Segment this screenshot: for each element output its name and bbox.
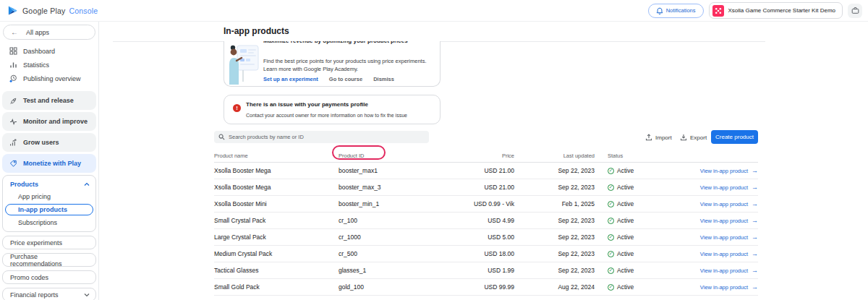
chevron-up-icon <box>84 182 90 187</box>
product-status: ✓ Active <box>595 250 689 257</box>
product-price: USD 0.99 - Vik <box>446 200 514 207</box>
sidebar-item-financial-reports[interactable]: Financial reports <box>2 288 96 300</box>
dismiss-link[interactable]: Dismiss <box>373 76 394 82</box>
product-status: ✓ Active <box>595 167 689 174</box>
search-icon <box>218 134 225 140</box>
promo-actions: Set up an experiment Go to course Dismis… <box>263 76 431 82</box>
active-check-icon: ✓ <box>608 201 614 207</box>
product-id: booster_min_1 <box>339 200 446 207</box>
brand-name: Google Play <box>22 7 65 15</box>
sidebar-item-grow-users[interactable]: Grow users <box>2 133 96 152</box>
google-play-console-logo[interactable]: Google Play Console <box>7 5 98 16</box>
view-in-app-product-link[interactable]: View in-app product→ <box>700 184 758 191</box>
go-to-course-link[interactable]: Go to course <box>329 76 362 82</box>
sidebar-item-app-pricing[interactable]: App pricing <box>3 190 95 203</box>
view-in-app-product-link[interactable]: View in-app product→ <box>700 233 758 241</box>
table-row: Medium Crystal Pack cr_500 USD 18.00 Sep… <box>214 246 758 262</box>
sidebar-item-statistics[interactable]: Statistics <box>0 58 98 72</box>
product-price: USD 1.99 <box>446 267 514 274</box>
header-price: Price <box>446 153 514 159</box>
sidebar-item-monitor-and-improve[interactable]: Monitor and improve <box>2 112 96 131</box>
organization-button[interactable] <box>848 4 862 18</box>
sidebar-item-dashboard[interactable]: Dashboard <box>0 44 98 58</box>
sidebar-item-label: Subscriptions <box>18 219 57 226</box>
product-updated: Sep 22, 2023 <box>514 233 595 241</box>
product-status: ✓ Active <box>595 233 689 241</box>
pulse-icon <box>9 118 17 126</box>
arrow-right-icon: → <box>752 200 758 207</box>
product-status: ✓ Active <box>595 283 689 291</box>
all-apps-button[interactable]: ← All apps <box>3 25 95 40</box>
warning-body: Contact your account owner for more info… <box>246 113 434 118</box>
sidebar-item-publishing-overview[interactable]: Publishing overview <box>0 72 98 85</box>
sidebar-item-label: Financial reports <box>10 291 59 299</box>
play-triangle-icon <box>7 5 18 16</box>
promo-illustration <box>227 43 259 85</box>
active-check-icon: ✓ <box>608 251 614 257</box>
table-row: Xsolla Booster Mini booster_min_1 USD 0.… <box>214 196 758 213</box>
all-apps-label: All apps <box>26 29 49 36</box>
arrow-right-icon: → <box>752 184 758 191</box>
view-in-app-product-link[interactable]: View in-app product→ <box>700 250 758 257</box>
product-status: ✓ Active <box>595 267 689 274</box>
product-updated: Feb 1, 2025 <box>514 200 595 207</box>
product-name: Xsolla Booster Mega <box>214 184 339 191</box>
product-updated: Sep 22, 2023 <box>514 184 595 191</box>
sidebar-item-in-app-products[interactable]: In-app products <box>5 204 93 215</box>
create-product-button[interactable]: Create product <box>711 130 758 144</box>
sidebar-item-promo-codes[interactable]: Promo codes <box>2 270 96 284</box>
bar-chart-icon <box>9 61 17 69</box>
xsolla-app-icon <box>712 5 724 17</box>
active-check-icon: ✓ <box>608 218 614 224</box>
arrow-right-icon: → <box>752 233 758 241</box>
topbar: Google Play Console Notifications <box>0 0 868 22</box>
export-label: Export <box>690 134 707 141</box>
view-in-app-product-link[interactable]: View in-app product→ <box>700 217 758 224</box>
product-id: booster_max_3 <box>339 184 446 191</box>
sidebar-item-monetize-with-play[interactable]: Monetize with Play <box>2 154 96 173</box>
promo-card: Maximize revenue by optimizing your prod… <box>224 41 441 87</box>
product-updated: Aug 22, 2024 <box>514 283 595 291</box>
notifications-label: Notifications <box>666 7 696 14</box>
import-button[interactable]: Import <box>645 132 672 143</box>
table-row: Large Crystal Pack cr_1000 USD 5.00 Sep … <box>214 229 758 246</box>
chevron-down-icon <box>84 293 90 297</box>
view-in-app-product-link[interactable]: View in-app product→ <box>700 267 758 274</box>
topbar-right: Notifications Xsolla Game Commerce Start… <box>648 2 862 19</box>
view-in-app-product-link[interactable]: View in-app product→ <box>700 200 758 207</box>
export-button[interactable]: Export <box>680 132 707 143</box>
arrow-right-icon: → <box>752 267 758 274</box>
price-tag-icon <box>9 160 17 168</box>
notifications-button[interactable]: Notifications <box>648 4 704 18</box>
rocket-icon <box>9 97 17 105</box>
sidebar-item-purchase-recommendations[interactable]: Purchase recommendations <box>2 253 96 267</box>
view-in-app-product-link[interactable]: View in-app product→ <box>700 167 758 174</box>
sidebar: ← All apps Dashboard Stati <box>0 22 99 300</box>
sidebar-item-label: Purchase recommendations <box>10 253 90 267</box>
briefcase-icon <box>851 7 859 14</box>
product-updated: Sep 22, 2023 <box>514 167 595 174</box>
table-header-row: Product name Product ID Price Last updat… <box>214 149 758 163</box>
search-input[interactable] <box>229 134 425 140</box>
table-row: Small Gold Pack gold_100 USD 99.99 Aug 2… <box>214 279 758 296</box>
header-status: Status <box>595 153 689 159</box>
promo-title: Maximize revenue by optimizing your prod… <box>263 41 431 46</box>
arrow-right-icon: → <box>752 167 758 174</box>
sidebar-item-price-experiments[interactable]: Price experiments <box>2 236 96 249</box>
warning-title: There is an issue with your payments pro… <box>246 101 434 108</box>
sidebar-item-test-and-release[interactable]: Test and release <box>2 91 96 110</box>
app-selector[interactable]: Xsolla Game Commerce Starter Kit Demo <box>709 2 843 19</box>
set-up-experiment-link[interactable]: Set up an experiment <box>263 76 318 82</box>
product-id: cr_1000 <box>339 233 446 241</box>
sidebar-item-products[interactable]: Products <box>3 178 95 190</box>
main-content: In-app products <box>99 22 868 300</box>
product-updated: Sep 22, 2023 <box>514 267 595 274</box>
product-name: Small Gold Pack <box>214 283 339 291</box>
page-title: In-app products <box>224 26 289 36</box>
view-in-app-product-link[interactable]: View in-app product→ <box>700 283 758 291</box>
sidebar-item-subscriptions[interactable]: Subscriptions <box>3 216 95 229</box>
product-name: Tactical Glasses <box>214 267 339 274</box>
play-console-app: Google Play Console Notifications <box>0 0 868 300</box>
dashboard-icon <box>9 47 17 55</box>
active-check-icon: ✓ <box>608 267 614 274</box>
